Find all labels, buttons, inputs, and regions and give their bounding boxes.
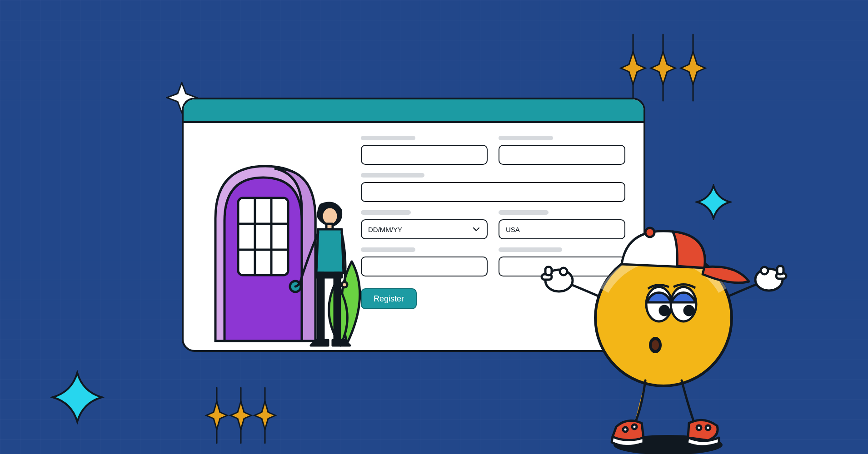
svg-point-40 <box>632 424 637 429</box>
svg-point-42 <box>706 425 710 430</box>
svg-point-18 <box>322 207 338 225</box>
svg-point-22 <box>614 435 723 454</box>
register-button-label: Register <box>374 294 404 304</box>
confirm-password-input[interactable] <box>499 257 625 276</box>
date-select[interactable]: DD/MM/YY <box>361 219 488 239</box>
diamond-cyan-icon <box>50 370 105 424</box>
label-placeholder <box>361 247 415 252</box>
door-person-illustration <box>184 123 361 350</box>
svg-point-32 <box>645 228 654 237</box>
svg-point-41 <box>697 425 701 430</box>
first-name-input[interactable] <box>361 145 488 165</box>
label-placeholder <box>361 173 424 178</box>
date-placeholder: DD/MM/YY <box>368 226 402 233</box>
window-titlebar <box>184 99 644 123</box>
register-form: DD/MM/YY USA <box>361 123 644 350</box>
svg-point-34 <box>671 287 696 321</box>
label-placeholder <box>499 247 562 252</box>
country-value: USA <box>506 226 520 233</box>
label-placeholder <box>361 136 415 140</box>
country-input[interactable]: USA <box>499 219 625 239</box>
label-placeholder <box>499 136 553 140</box>
chevron-down-icon <box>472 225 480 233</box>
diamond-cyan-icon <box>695 184 732 220</box>
register-button[interactable]: Register <box>361 288 417 309</box>
svg-rect-28 <box>776 273 786 279</box>
sparkle-cluster-icon <box>205 386 277 449</box>
svg-rect-29 <box>777 266 783 274</box>
svg-point-37 <box>649 337 662 353</box>
svg-rect-12 <box>238 198 288 275</box>
last-name-input[interactable] <box>499 145 625 165</box>
svg-point-30 <box>761 267 768 274</box>
label-placeholder <box>361 210 411 215</box>
svg-point-35 <box>660 306 669 315</box>
svg-point-39 <box>623 427 628 432</box>
svg-point-36 <box>684 306 693 315</box>
svg-point-20 <box>342 282 347 287</box>
svg-point-27 <box>755 269 783 291</box>
register-window: DD/MM/YY USA <box>182 98 645 352</box>
label-placeholder <box>499 210 549 215</box>
svg-point-33 <box>646 287 672 321</box>
svg-point-38 <box>652 340 659 350</box>
password-input[interactable] <box>361 257 488 276</box>
email-input[interactable] <box>361 182 625 202</box>
